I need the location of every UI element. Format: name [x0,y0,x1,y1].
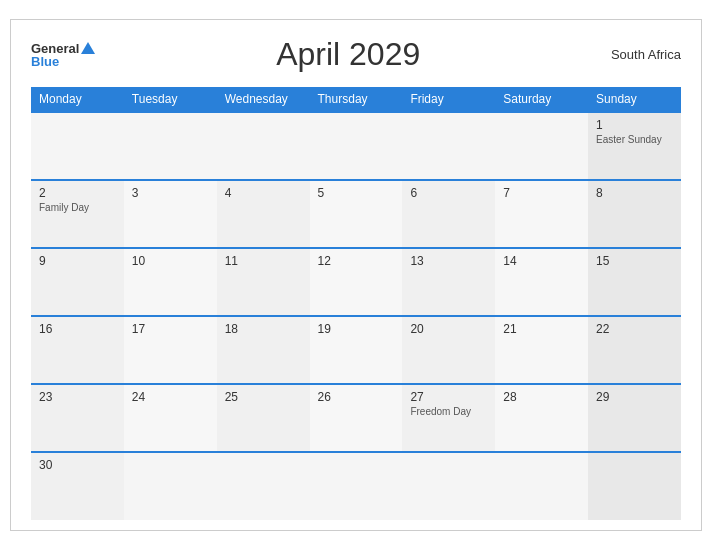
calendar-cell [310,452,403,520]
logo-general-text: General [31,42,79,55]
day-number: 2 [39,186,116,200]
week-row-1: 2Family Day345678 [31,180,681,248]
week-row-3: 16171819202122 [31,316,681,384]
holiday-label: Easter Sunday [596,134,673,145]
calendar-cell [217,452,310,520]
weekday-header-friday: Friday [402,87,495,112]
calendar-cell [495,452,588,520]
calendar-cell: 27Freedom Day [402,384,495,452]
calendar-cell: 4 [217,180,310,248]
day-number: 30 [39,458,116,472]
weekday-header-row: MondayTuesdayWednesdayThursdayFridaySatu… [31,87,681,112]
calendar-cell: 3 [124,180,217,248]
calendar-cell [588,452,681,520]
calendar-cell: 20 [402,316,495,384]
calendar-container: General Blue April 2029 South Africa Mon… [10,19,702,531]
holiday-label: Freedom Day [410,406,487,417]
day-number: 18 [225,322,302,336]
day-number: 17 [132,322,209,336]
week-row-0: 1Easter Sunday [31,112,681,180]
calendar-cell [495,112,588,180]
day-number: 9 [39,254,116,268]
day-number: 6 [410,186,487,200]
calendar-cell: 23 [31,384,124,452]
calendar-cell: 26 [310,384,403,452]
calendar-cell: 7 [495,180,588,248]
calendar-cell [124,452,217,520]
calendar-cell: 21 [495,316,588,384]
calendar-cell: 11 [217,248,310,316]
calendar-cell: 5 [310,180,403,248]
week-row-4: 2324252627Freedom Day2829 [31,384,681,452]
calendar-cell [402,452,495,520]
day-number: 26 [318,390,395,404]
calendar-cell: 13 [402,248,495,316]
calendar-cell: 9 [31,248,124,316]
calendar-cell: 10 [124,248,217,316]
day-number: 27 [410,390,487,404]
day-number: 20 [410,322,487,336]
calendar-cell: 17 [124,316,217,384]
calendar-cell: 12 [310,248,403,316]
weekday-header-tuesday: Tuesday [124,87,217,112]
day-number: 22 [596,322,673,336]
weekday-header-thursday: Thursday [310,87,403,112]
day-number: 13 [410,254,487,268]
day-number: 4 [225,186,302,200]
calendar-cell: 25 [217,384,310,452]
month-title: April 2029 [95,36,601,73]
day-number: 23 [39,390,116,404]
calendar-cell [217,112,310,180]
week-row-5: 30 [31,452,681,520]
day-number: 1 [596,118,673,132]
calendar-cell: 18 [217,316,310,384]
calendar-cell: 15 [588,248,681,316]
day-number: 16 [39,322,116,336]
weekday-header-saturday: Saturday [495,87,588,112]
day-number: 10 [132,254,209,268]
calendar-cell [124,112,217,180]
calendar-cell: 30 [31,452,124,520]
day-number: 29 [596,390,673,404]
calendar-cell: 29 [588,384,681,452]
day-number: 14 [503,254,580,268]
day-number: 8 [596,186,673,200]
day-number: 19 [318,322,395,336]
logo-blue-text: Blue [31,55,95,68]
day-number: 3 [132,186,209,200]
calendar-cell [31,112,124,180]
day-number: 21 [503,322,580,336]
calendar-cell: 22 [588,316,681,384]
country-label: South Africa [601,47,681,62]
day-number: 11 [225,254,302,268]
logo-triangle-icon [81,42,95,54]
calendar-cell: 2Family Day [31,180,124,248]
weekday-header-wednesday: Wednesday [217,87,310,112]
calendar-header: General Blue April 2029 South Africa [31,36,681,73]
holiday-label: Family Day [39,202,116,213]
calendar-cell: 19 [310,316,403,384]
calendar-cell: 1Easter Sunday [588,112,681,180]
calendar-cell: 24 [124,384,217,452]
calendar-cell [310,112,403,180]
weekday-header-monday: Monday [31,87,124,112]
calendar-cell: 14 [495,248,588,316]
calendar-cell: 16 [31,316,124,384]
day-number: 12 [318,254,395,268]
day-number: 28 [503,390,580,404]
day-number: 5 [318,186,395,200]
day-number: 24 [132,390,209,404]
day-number: 15 [596,254,673,268]
calendar-cell: 8 [588,180,681,248]
logo: General Blue [31,42,95,68]
day-number: 25 [225,390,302,404]
weekday-header-sunday: Sunday [588,87,681,112]
calendar-cell: 28 [495,384,588,452]
calendar-cell: 6 [402,180,495,248]
calendar-grid: MondayTuesdayWednesdayThursdayFridaySatu… [31,87,681,520]
calendar-cell [402,112,495,180]
week-row-2: 9101112131415 [31,248,681,316]
day-number: 7 [503,186,580,200]
